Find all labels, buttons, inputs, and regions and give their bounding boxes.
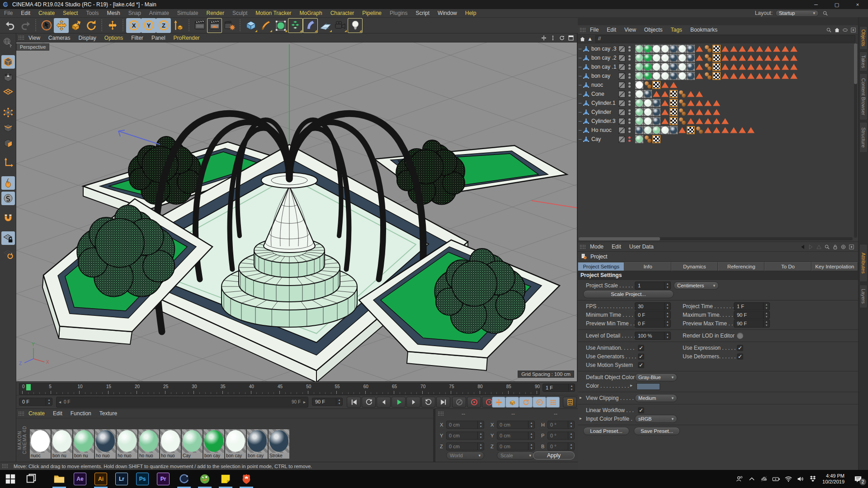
material-swatch[interactable]: bon cay [247,429,268,459]
object-row[interactable]: –bon cay .2 [578,53,854,62]
viewport-menu-view[interactable]: View [28,35,40,41]
horizontal-scrollbar[interactable] [579,237,853,240]
selection-tag-icon[interactable] [755,45,764,53]
material-tag-icon[interactable] [635,126,643,134]
menu-mograph[interactable]: MoGraph [300,10,322,16]
coord-field[interactable]: 0 cm▴▾ [446,442,484,450]
stepper-arrows-icon[interactable]: ▴▾ [664,303,670,310]
selection-tag-icon[interactable] [695,117,703,125]
phong-tag-icon[interactable] [678,108,686,116]
value-spinner[interactable]: 1 F▴▾ [734,302,770,310]
selection-tag-icon[interactable] [721,72,729,80]
up-level-icon[interactable]: ▲ [587,36,593,42]
make-editable-icon[interactable] [1,35,15,49]
add-cube-icon[interactable] [243,18,258,33]
material-tag-icon[interactable] [644,72,652,80]
viewport-menu-panel[interactable]: Panel [151,35,165,41]
texture-mode-icon[interactable] [1,70,15,84]
goto-end-button[interactable] [436,397,450,408]
selection-tag-icon[interactable] [790,45,798,53]
selection-tag-icon[interactable] [687,117,695,125]
selection-tag-icon[interactable] [730,63,738,71]
uvw-tag-icon[interactable] [652,135,660,143]
menu-edit[interactable]: Edit [21,10,30,16]
menu-create[interactable]: Create [38,10,55,16]
taskbar-lightroom[interactable]: Lr [111,470,132,488]
selection-tag-icon[interactable] [747,126,755,134]
material-tag-icon[interactable] [635,81,643,89]
phong-tag-icon[interactable] [644,81,652,89]
checkbox[interactable]: ✓ [737,345,743,351]
selection-tag-icon[interactable] [773,45,781,53]
axis-mode-icon[interactable] [1,156,15,170]
lock-y-icon[interactable]: Y [141,18,156,33]
preview-range-slider[interactable]: ◂ 0 F 90 F ▸ [56,397,308,408]
taskbar-task-view[interactable] [21,470,42,488]
selection-tag-icon[interactable] [764,54,772,62]
render-settings-icon[interactable] [222,18,237,33]
selection-tag-icon[interactable] [790,63,798,71]
viewport-menu-display[interactable]: Display [78,35,96,41]
stepper-arrows-icon[interactable]: ▴▾ [528,421,534,428]
selection-tag-icon[interactable] [712,99,721,107]
stepper-arrows-icon[interactable]: ▴▾ [46,398,52,405]
dropdown[interactable]: Centimeters▾ [674,282,719,290]
section-header[interactable]: Project Settings [578,271,858,280]
value-spinner[interactable]: 90 F▴▾ [734,319,770,328]
checkbox[interactable]: ✓ [638,345,644,351]
material-tag-icon[interactable] [670,45,678,53]
selection-tag-icon[interactable] [661,117,669,125]
battery-icon[interactable] [770,470,782,488]
menu-simulate[interactable]: Simulate [177,10,198,16]
materials-menu-function[interactable]: Function [71,410,91,417]
object-row[interactable]: –nuoc [578,80,854,89]
viewport-menu-prorender[interactable]: ProRender [174,35,200,41]
taskbar-start[interactable] [0,470,21,488]
material-swatch[interactable]: bon cay [225,429,246,459]
uvw-tag-icon[interactable] [670,99,678,107]
selection-tag-icon[interactable] [790,72,798,80]
visibility-dots[interactable] [627,99,631,107]
coord-mode-dropdown[interactable]: World▾ [446,451,484,460]
uvw-tag-icon[interactable] [712,63,721,71]
zoom-view-icon[interactable] [550,35,556,41]
add-panel-icon[interactable] [850,27,856,33]
selection-tag-icon[interactable] [738,126,746,134]
material-swatch[interactable]: bon nu [73,429,94,459]
object-row[interactable]: –bon cay .3 [578,44,854,53]
object-name[interactable]: Cylinder [591,109,617,115]
material-tag-icon[interactable] [644,54,652,62]
button[interactable]: Save Preset... [634,427,680,435]
uvw-tag-icon[interactable] [687,126,695,134]
layer-toggle[interactable] [618,91,625,98]
apply-button[interactable]: Apply [533,451,575,460]
key-pla-toggle[interactable] [546,397,560,408]
selection-tag-icon[interactable] [712,126,721,134]
selection-tag-icon[interactable] [712,108,721,116]
selection-tag-icon[interactable] [695,72,703,80]
material-tag-icon[interactable] [652,117,660,125]
selection-tag-icon[interactable] [781,54,789,62]
material-swatch[interactable]: ho nuo [117,429,137,459]
objects-menu-view[interactable]: View [624,27,636,33]
selection-tag-icon[interactable] [738,54,746,62]
selection-tag-icon[interactable] [704,117,712,125]
selection-tag-icon[interactable] [661,90,669,98]
object-row[interactable]: –Cone [578,89,854,99]
lock-x-icon[interactable]: X [126,18,141,33]
selection-tag-icon[interactable] [755,54,764,62]
search-icon[interactable] [826,27,832,33]
coord-field[interactable]: 0 cm▴▾ [497,432,535,440]
object-name[interactable]: bon cay .1 [591,64,617,70]
selection-tag-icon[interactable] [781,72,789,80]
taskbar-after-effects[interactable]: Ae [70,470,90,488]
tab-referencing[interactable]: Referencing [718,262,764,271]
visibility-dots[interactable] [627,117,631,125]
material-swatch[interactable]: bon nu [52,429,72,459]
viewport-solo-icon[interactable] [1,192,15,205]
phong-tag-icon[interactable] [644,135,652,143]
selection-tag-icon[interactable] [781,45,789,53]
tab-info[interactable]: Info [624,262,671,271]
checkbox[interactable]: ✓ [638,407,644,413]
stepper-arrows-icon[interactable]: ▴▾ [664,311,670,319]
